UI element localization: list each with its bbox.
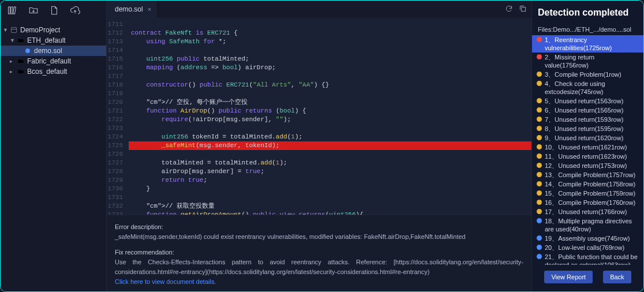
- fix-rec-label: Fix recommendation:: [115, 248, 523, 257]
- code-body[interactable]: contract FakeNft is ERC721 { using SafeM…: [126, 18, 531, 215]
- tree-folder[interactable]: ▸Fabric_default: [1, 56, 106, 66]
- new-folder-icon[interactable]: [28, 5, 39, 17]
- issue-item[interactable]: 14、Compile Problem(1758row): [532, 179, 643, 189]
- svg-rect-2: [13, 6, 16, 13]
- code-line[interactable]: [129, 124, 531, 133]
- issue-text: 3、Compile Problem(1row): [545, 70, 639, 78]
- code-line[interactable]: require(!airDrop[msg.sender], "");: [129, 115, 531, 124]
- issue-item[interactable]: 2、Missing return value(1756row): [532, 53, 643, 70]
- refresh-icon[interactable]: [505, 5, 513, 14]
- editor-area: demo.sol × 17111712171317141715171617171…: [107, 1, 531, 291]
- issue-text: 21、Public function that could be declare…: [545, 253, 639, 265]
- code-line[interactable]: uint256 public totalMinted;: [129, 55, 531, 63]
- close-tab-icon[interactable]: ×: [148, 6, 151, 13]
- detection-panel: Detection completed Files:Demo.../ETH_..…: [531, 1, 643, 291]
- tree-item-label: Bcos_default: [27, 68, 67, 76]
- issue-text: 11、Unused return(1623row): [545, 152, 639, 160]
- code-line[interactable]: [129, 46, 531, 55]
- severity-yellow-icon: [537, 154, 542, 159]
- code-line[interactable]: contract FakeNft is ERC721 {: [129, 29, 531, 38]
- tree-file[interactable]: demo.sol: [1, 46, 106, 56]
- tree-item-label: demo.sol: [34, 47, 62, 55]
- issue-item[interactable]: 21、Public function that could be declare…: [532, 252, 643, 265]
- severity-yellow-icon: [537, 144, 542, 149]
- code-line[interactable]: [129, 150, 531, 159]
- severity-yellow-icon: [537, 107, 542, 113]
- severity-blue-icon: [537, 235, 542, 241]
- code-line[interactable]: constructor() public ERC721("All Arts", …: [129, 81, 531, 89]
- copy-icon[interactable]: [519, 5, 527, 14]
- back-button[interactable]: Back: [603, 271, 631, 283]
- issue-item[interactable]: 9、Unused return(1620row): [532, 133, 643, 143]
- folder-icon: [17, 68, 25, 76]
- new-file-icon[interactable]: [49, 5, 59, 17]
- code-line[interactable]: totalMinted = totalMinted.add(1);: [129, 159, 531, 167]
- code-line[interactable]: mapping (address => bool) airDrop;: [129, 63, 531, 72]
- issue-item[interactable]: 13、Compile Problem(1757row): [532, 170, 643, 179]
- code-line[interactable]: uint256 tokenId = totalMinted.add(1);: [129, 133, 531, 141]
- issue-item[interactable]: 6、Unused return(1565row): [532, 106, 643, 115]
- code-line[interactable]: [129, 72, 531, 81]
- tree-item-label: ETH_default: [27, 36, 66, 44]
- code-line[interactable]: function getAirDropAmount() public view …: [129, 211, 531, 215]
- code-line[interactable]: return true;: [129, 176, 531, 185]
- tree-root[interactable]: ▼ DemoProject: [1, 25, 106, 35]
- code-line[interactable]: [129, 193, 531, 202]
- issue-item[interactable]: 4、Check code using extcodesize(745row): [532, 79, 643, 96]
- issue-text: 7、Unused return(1593row): [545, 115, 639, 123]
- code-line[interactable]: _safeMint(msg.sender, tokenId);: [129, 141, 531, 150]
- library-icon[interactable]: [8, 5, 18, 17]
- code-line[interactable]: }: [129, 185, 531, 193]
- issue-item[interactable]: 5、Unused return(1563row): [532, 96, 643, 106]
- severity-blue-icon: [537, 245, 542, 250]
- fix-rec-text: Use the Checks-Effects-Interactions patt…: [115, 257, 523, 277]
- code-line[interactable]: using SafeMath for *;: [129, 38, 531, 46]
- tree-folder[interactable]: ▸Bcos_default: [1, 66, 106, 77]
- issue-item[interactable]: 19、Assembly usage(745row): [532, 234, 643, 243]
- code-editor[interactable]: 1711171217131714171517161717171817191720…: [107, 18, 531, 215]
- error-desc-label: Error description:: [115, 222, 523, 232]
- issue-item[interactable]: 16、Compile Problem(1760row): [532, 198, 643, 207]
- tab-demo[interactable]: demo.sol ×: [107, 1, 158, 18]
- code-line[interactable]: [129, 89, 531, 98]
- tree-root-label: DemoProject: [20, 26, 60, 34]
- severity-yellow-icon: [537, 209, 542, 214]
- issue-text: 5、Unused return(1563row): [545, 97, 639, 105]
- severity-red-icon: [537, 54, 542, 59]
- tree-folder[interactable]: ▼ETH_default: [1, 35, 106, 46]
- issue-item[interactable]: 15、Compile Problem(1759row): [532, 189, 643, 198]
- severity-yellow-icon: [537, 98, 542, 103]
- severity-yellow-icon: [537, 190, 542, 196]
- tab-label: demo.sol: [115, 5, 143, 13]
- issue-item[interactable]: 11、Unused return(1623row): [532, 152, 643, 161]
- issue-item[interactable]: 10、Unused return(1621row): [532, 143, 643, 152]
- issue-text: 1、Reentrancy vulnerabilities(1725row): [545, 36, 639, 52]
- issue-item[interactable]: 1、Reentrancy vulnerabilities(1725row): [532, 35, 643, 53]
- code-line[interactable]: airDrop[msg.sender] = true;: [129, 167, 531, 176]
- cloud-upload-icon[interactable]: [70, 5, 80, 17]
- issue-item[interactable]: 17、Unused return(1766row): [532, 207, 643, 216]
- folder-icon: [17, 57, 25, 65]
- code-line[interactable]: function AirDrop() public returns (bool)…: [129, 107, 531, 115]
- severity-yellow-icon: [537, 81, 542, 86]
- view-report-button[interactable]: View Report: [544, 271, 593, 283]
- detection-files: Files:Demo.../ETH_.../demo....sol: [532, 26, 643, 35]
- issue-item[interactable]: 20、Low-level calls(769row): [532, 243, 643, 252]
- issue-text: 13、Compile Problem(1757row): [545, 171, 639, 179]
- svg-rect-1: [11, 7, 13, 14]
- issue-text: 12、Unused return(1753row): [545, 162, 639, 170]
- sidebar-toolbar: [1, 1, 106, 21]
- issue-item[interactable]: 7、Unused return(1593row): [532, 115, 643, 124]
- issue-item[interactable]: 8、Unused return(1595row): [532, 124, 643, 133]
- code-line[interactable]: "cm">// 空投, 每个账户一个空投: [129, 98, 531, 107]
- issue-text: 10、Unused return(1621row): [545, 143, 639, 151]
- issue-item[interactable]: 12、Unused return(1753row): [532, 161, 643, 170]
- code-line[interactable]: [129, 20, 531, 29]
- code-line[interactable]: "cm">// 获取空投数量: [129, 202, 531, 211]
- doc-link[interactable]: Click here to view document details.: [115, 278, 216, 285]
- issue-text: 6、Unused return(1565row): [545, 106, 639, 114]
- issue-item[interactable]: 3、Compile Problem(1row): [532, 70, 643, 79]
- issue-text: 18、Multiple pragma directives are used(4…: [545, 217, 639, 233]
- issue-item[interactable]: 18、Multiple pragma directives are used(4…: [532, 216, 643, 234]
- svg-rect-0: [9, 7, 10, 14]
